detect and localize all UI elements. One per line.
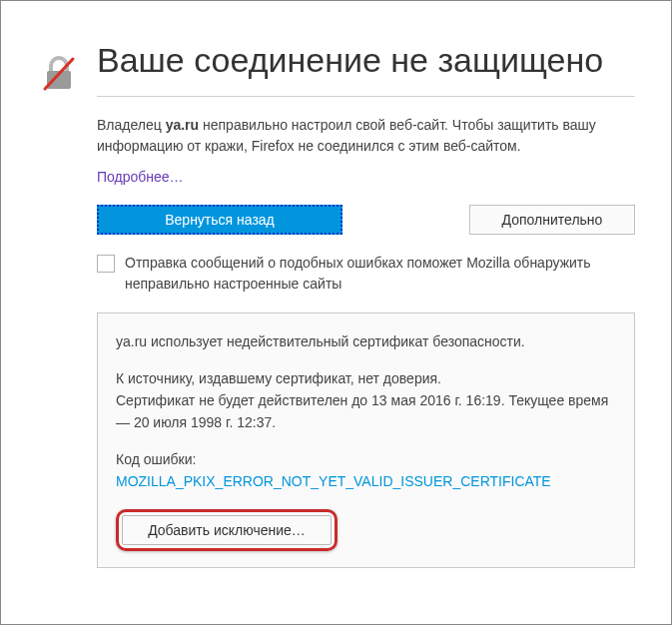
certificate-details-panel: ya.ru использует недействительный сертиф…	[97, 312, 635, 568]
insecure-lock-icon	[37, 83, 81, 100]
details-error-code-line: Код ошибки: MOZILLA_PKIX_ERROR_NOT_YET_V…	[116, 449, 616, 492]
page-title: Ваше соединение не защищено	[97, 39, 635, 97]
advanced-button[interactable]: Дополнительно	[469, 205, 635, 235]
warning-description: Владелец ya.ru неправильно настроил свой…	[97, 115, 635, 157]
add-exception-highlight: Добавить исключение…	[116, 509, 337, 551]
error-code-link[interactable]: MOZILLA_PKIX_ERROR_NOT_YET_VALID_ISSUER_…	[116, 473, 551, 489]
details-invalid-cert: ya.ru использует недействительный сертиф…	[116, 331, 616, 353]
go-back-button[interactable]: Вернуться назад	[97, 205, 342, 235]
add-exception-button[interactable]: Добавить исключение…	[122, 515, 332, 545]
learn-more-link[interactable]: Подробнее…	[97, 169, 184, 185]
details-issuer-time: К источнику, издавшему сертификат, нет д…	[116, 368, 616, 433]
report-errors-checkbox[interactable]	[97, 255, 115, 273]
report-errors-label: Отправка сообщений о подобных ошибках по…	[125, 253, 635, 295]
